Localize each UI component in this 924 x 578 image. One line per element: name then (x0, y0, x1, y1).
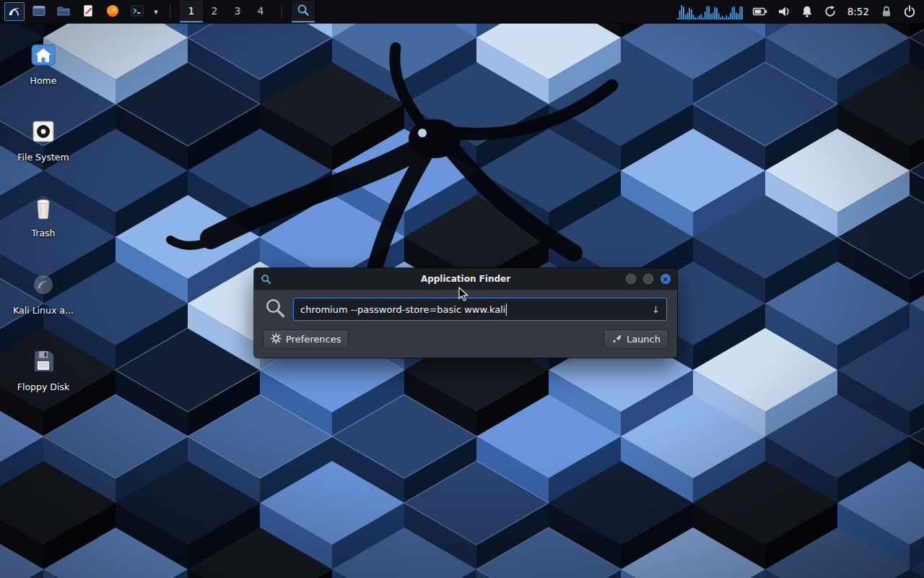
preferences-label: Preferences (286, 334, 341, 345)
home-icon (29, 40, 58, 72)
desktop-icon-label: Trash (31, 228, 55, 238)
panel-right: 8:52 (677, 0, 920, 23)
desktop-icon-trash[interactable]: Trash (6, 193, 81, 238)
text-editor-icon (81, 4, 95, 20)
firefox-launcher[interactable] (103, 2, 123, 21)
desktop-icon-home[interactable]: Home (6, 40, 81, 86)
history-dropdown-icon[interactable]: ↓ (646, 304, 660, 315)
show-desktop-button[interactable] (29, 2, 49, 21)
clock[interactable]: 8:52 (846, 6, 871, 17)
launch-label: Launch (627, 334, 661, 345)
terminal-dropdown-button[interactable]: ▾ (152, 2, 160, 21)
dialog-buttons: Preferences Launch (254, 327, 677, 358)
minimize-button[interactable] (626, 274, 636, 284)
command-text: chromium --password-store=basic www.kali (300, 304, 505, 315)
battery-icon[interactable] (752, 2, 768, 21)
volume-icon[interactable] (777, 2, 791, 21)
floppy-icon (29, 347, 58, 379)
desktop-icon-label: Kali Linux a... (13, 306, 74, 316)
text-editor-launcher[interactable] (78, 2, 98, 21)
search-icon (297, 4, 310, 19)
kali-docs-icon (29, 270, 58, 302)
appfinder-window-icon (261, 274, 271, 285)
power-icon[interactable] (902, 2, 917, 21)
desktop-icon-label: Home (30, 76, 57, 86)
command-input[interactable]: chromium --password-store=basic www.kali… (293, 298, 667, 321)
filesystem-icon (29, 117, 58, 149)
workspace-4[interactable]: 4 (249, 1, 272, 22)
search-icon (264, 297, 286, 322)
window-title: Application Finder (254, 274, 677, 284)
desktop-icon-kali-docs[interactable]: Kali Linux a... (6, 270, 81, 316)
workspace-1[interactable]: 1 (180, 1, 203, 22)
updates-icon[interactable] (823, 2, 837, 21)
launch-icon (611, 333, 622, 346)
panel-separator (170, 5, 170, 18)
panel-separator (282, 5, 282, 18)
window-controls: × (626, 274, 671, 284)
desktop-icon-label: File System (17, 152, 69, 163)
text-caret (506, 303, 507, 316)
desktop-icon-label: Floppy Disk (17, 382, 69, 392)
terminal-icon (130, 4, 144, 20)
applications-menu-button[interactable] (4, 2, 25, 21)
gear-icon (271, 333, 282, 346)
workspace-switcher: 1 2 3 4 (180, 0, 272, 23)
audio-visualizer[interactable] (677, 3, 744, 20)
desktop-icon-floppy-disk[interactable]: Floppy Disk (6, 347, 81, 392)
lock-icon[interactable] (879, 2, 894, 21)
kali-menu-icon (6, 3, 22, 21)
preferences-button[interactable]: Preferences (263, 329, 349, 349)
desktop-icon-file-system[interactable]: File System (6, 117, 81, 163)
notifications-icon[interactable] (800, 2, 814, 21)
taskbar-application-finder[interactable] (292, 1, 315, 22)
launch-button[interactable]: Launch (603, 329, 668, 349)
workspace-3[interactable]: 3 (226, 1, 249, 22)
window-icon (32, 4, 46, 20)
top-panel: ▾ 1 2 3 4 (0, 0, 924, 23)
panel-left: ▾ 1 2 3 4 (4, 0, 315, 23)
file-manager-launcher[interactable] (53, 2, 74, 21)
desktop: ▾ 1 2 3 4 (0, 0, 924, 578)
trash-icon (29, 193, 58, 225)
terminal-launcher[interactable] (127, 2, 147, 21)
file-manager-icon (56, 4, 71, 20)
mouse-cursor (458, 287, 470, 303)
maximize-button[interactable] (643, 274, 653, 284)
close-button[interactable]: × (661, 274, 671, 284)
close-icon: × (663, 275, 669, 283)
workspace-2[interactable]: 2 (203, 1, 226, 22)
firefox-icon (105, 4, 120, 20)
application-finder-window: Application Finder × chromium --password… (254, 268, 677, 358)
chevron-down-icon: ▾ (154, 7, 158, 17)
